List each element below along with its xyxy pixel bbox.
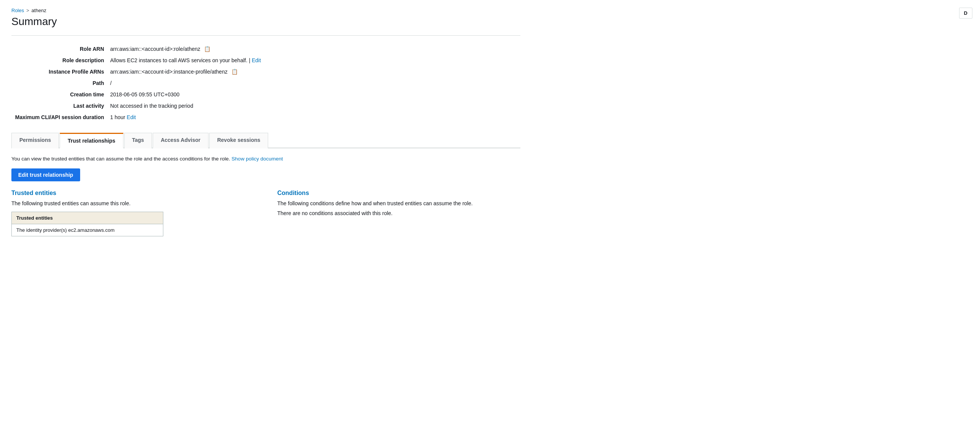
two-col-layout: Trusted entities The following trusted e… bbox=[11, 190, 520, 236]
max-session-row: Maximum CLI/API session duration 1 hour … bbox=[11, 111, 520, 123]
creation-time-value: 2018-06-05 09:55 UTC+0300 bbox=[110, 89, 520, 100]
instance-profile-label: Instance Profile ARNs bbox=[11, 66, 110, 78]
role-description-value: Allows EC2 instances to call AWS service… bbox=[110, 55, 520, 66]
instance-profile-copy-icon[interactable]: 📋 bbox=[231, 69, 238, 75]
max-session-text: 1 hour bbox=[110, 114, 125, 120]
role-description-edit-link[interactable]: Edit bbox=[252, 57, 261, 63]
max-session-label: Maximum CLI/API session duration bbox=[11, 111, 110, 123]
role-arn-label: Role ARN bbox=[11, 43, 110, 55]
path-value: / bbox=[110, 78, 520, 89]
header-divider bbox=[11, 35, 520, 36]
role-description-separator: | bbox=[249, 57, 252, 63]
conditions-description: The following conditions define how and … bbox=[277, 200, 520, 206]
conditions-section: Conditions The following conditions defi… bbox=[277, 190, 520, 216]
tab-revoke-sessions[interactable]: Revoke sessions bbox=[209, 133, 269, 148]
last-activity-row: Last activity Not accessed in the tracki… bbox=[11, 100, 520, 111]
trust-info-bar: You can view the trusted entities that c… bbox=[11, 156, 520, 162]
instance-profile-row: Instance Profile ARNs arn:aws:iam::<acco… bbox=[11, 66, 520, 78]
page-container: Roles > athenz Summary Role ARN arn:aws:… bbox=[0, 0, 532, 252]
conditions-none-text: There are no conditions associated with … bbox=[277, 210, 520, 216]
trusted-entities-table: Trusted entities The identity provider(s… bbox=[11, 212, 163, 236]
role-arn-copy-icon[interactable]: 📋 bbox=[204, 46, 210, 52]
show-policy-link[interactable]: Show policy document bbox=[232, 156, 283, 162]
role-description-text: Allows EC2 instances to call AWS service… bbox=[110, 57, 247, 63]
trust-info-text: You can view the trusted entities that c… bbox=[11, 156, 230, 162]
summary-table: Role ARN arn:aws:iam::<account-id>:role/… bbox=[11, 43, 520, 123]
role-description-label: Role description bbox=[11, 55, 110, 66]
trusted-entities-heading: Trusted entities bbox=[11, 190, 255, 196]
path-row: Path / bbox=[11, 78, 520, 89]
role-arn-row: Role ARN arn:aws:iam::<account-id>:role/… bbox=[11, 43, 520, 55]
tab-trust-relationships[interactable]: Trust relationships bbox=[60, 133, 123, 148]
tab-tags[interactable]: Tags bbox=[124, 133, 152, 148]
breadcrumb-separator: > bbox=[26, 8, 29, 13]
last-activity-value: Not accessed in the tracking period bbox=[110, 100, 520, 111]
path-label: Path bbox=[11, 78, 110, 89]
trust-relationships-content: You can view the trusted entities that c… bbox=[11, 148, 520, 244]
page-title: Summary bbox=[11, 16, 520, 28]
role-description-row: Role description Allows EC2 instances to… bbox=[11, 55, 520, 66]
role-arn-text: arn:aws:iam::<account-id>:role/athenz bbox=[110, 46, 200, 52]
breadcrumb-current: athenz bbox=[32, 8, 46, 13]
trusted-entities-table-header-row: Trusted entities bbox=[12, 212, 163, 224]
trusted-entities-section: Trusted entities The following trusted e… bbox=[11, 190, 255, 236]
tabs-bar: Permissions Trust relationships Tags Acc… bbox=[11, 132, 520, 148]
edit-trust-relationship-button[interactable]: Edit trust relationship bbox=[11, 168, 80, 181]
trusted-entities-table-header: Trusted entities bbox=[12, 212, 163, 224]
creation-time-label: Creation time bbox=[11, 89, 110, 100]
trusted-entities-table-row: The identity provider(s) ec2.amazonaws.c… bbox=[12, 224, 163, 236]
top-right-button[interactable]: D bbox=[959, 8, 972, 19]
tab-permissions[interactable]: Permissions bbox=[11, 133, 59, 148]
breadcrumb-roles-link[interactable]: Roles bbox=[11, 8, 24, 13]
trusted-entities-table-cell: The identity provider(s) ec2.amazonaws.c… bbox=[12, 224, 163, 236]
trusted-entities-description: The following trusted entities can assum… bbox=[11, 200, 255, 206]
conditions-heading: Conditions bbox=[277, 190, 520, 196]
instance-profile-text: arn:aws:iam::<account-id>:instance-profi… bbox=[110, 69, 228, 75]
last-activity-label: Last activity bbox=[11, 100, 110, 111]
max-session-value: 1 hour Edit bbox=[110, 111, 520, 123]
creation-time-row: Creation time 2018-06-05 09:55 UTC+0300 bbox=[11, 89, 520, 100]
role-arn-value: arn:aws:iam::<account-id>:role/athenz 📋 bbox=[110, 43, 520, 55]
max-session-edit-link[interactable]: Edit bbox=[127, 114, 136, 120]
instance-profile-value: arn:aws:iam::<account-id>:instance-profi… bbox=[110, 66, 520, 78]
tab-access-advisor[interactable]: Access Advisor bbox=[153, 133, 208, 148]
breadcrumb: Roles > athenz bbox=[11, 8, 520, 13]
